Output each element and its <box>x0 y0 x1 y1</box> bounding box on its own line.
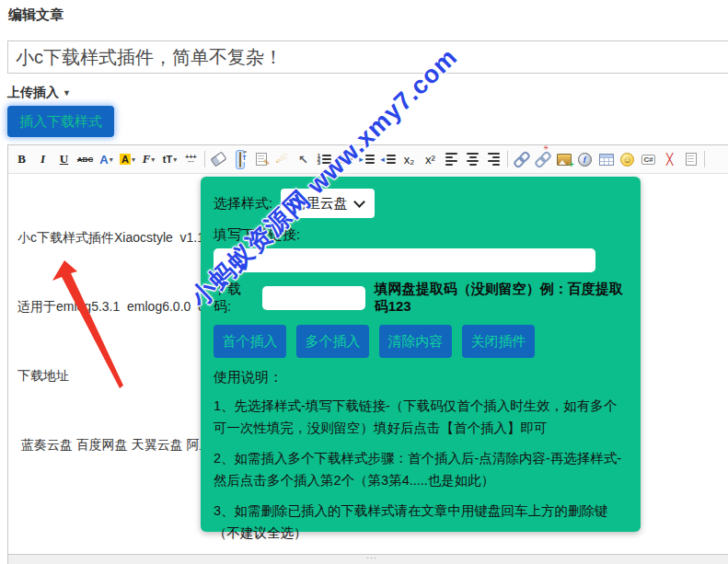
source-code-icon[interactable] <box>680 148 701 170</box>
font-family-icon[interactable]: F▾ <box>138 148 159 170</box>
emoticon-icon[interactable]: ☺ <box>617 148 638 170</box>
style-select-value: 阿里云盘 <box>293 195 348 213</box>
clear-content-button[interactable]: 清除内容 <box>379 325 452 358</box>
document-pencil-icon <box>256 153 267 166</box>
chevron-down-icon: ▼ <box>63 88 71 98</box>
toolbar-separator <box>507 151 508 167</box>
unordered-list-icon[interactable] <box>335 148 356 170</box>
upload-insert-label: 上传插入 <box>7 85 59 99</box>
eraser-icon <box>210 152 226 167</box>
indent-icon[interactable]: ▸ <box>356 148 377 170</box>
line-height-icon[interactable]: +++··· <box>180 148 202 170</box>
resize-grip[interactable]: ··· <box>366 555 377 560</box>
paste-word-icon[interactable] <box>250 148 272 170</box>
link-icon[interactable] <box>511 148 532 170</box>
align-center-icon[interactable] <box>462 148 483 170</box>
toolbar-separator <box>204 151 205 167</box>
strikethrough-icon[interactable]: ABC <box>75 148 96 170</box>
align-right-icon[interactable] <box>483 148 504 170</box>
instruction-3: 3、如需删除已插入的下载样式请在文章中用键盘回车上方的删除键（不建议全选） <box>214 500 628 544</box>
upload-insert-dropdown[interactable]: 上传插入▼ <box>7 85 71 101</box>
multi-insert-button[interactable]: 多个插入 <box>296 325 369 358</box>
underline-icon[interactable]: U <box>53 148 75 170</box>
highlight-color-icon[interactable]: A▾ <box>117 148 138 170</box>
superscript-icon[interactable]: x² <box>420 148 441 170</box>
clipboard-icon <box>239 152 241 167</box>
chevron-down-icon <box>353 196 365 208</box>
format-brush-icon[interactable]: ☄ <box>272 148 293 170</box>
table-icon[interactable] <box>595 148 617 170</box>
align-left-icon[interactable] <box>441 148 462 170</box>
code-icon[interactable]: C# <box>638 148 659 170</box>
download-link-input[interactable] <box>214 248 595 272</box>
font-size-icon[interactable]: tT▾ <box>159 148 180 170</box>
chevron-down-icon: ▾ <box>110 155 113 164</box>
page-title: 编辑文章 <box>8 6 64 24</box>
image-icon[interactable] <box>553 148 574 170</box>
broom-icon: ☄ <box>274 151 289 168</box>
chevron-down-icon: ▾ <box>173 155 177 164</box>
article-title-input[interactable] <box>7 40 728 74</box>
toolbar-separator <box>704 151 705 167</box>
editor-toolbar: B I U ABC A▾ A▾ F▾ tT▾ +++··· ☄ ↖ 1 2 3 … <box>8 145 728 174</box>
download-link-label: 填写下载链接: <box>214 226 628 244</box>
outdent-icon[interactable]: ◂ <box>377 148 399 170</box>
chevron-down-icon: ▾ <box>132 155 135 164</box>
paste-plain-icon[interactable] <box>229 148 250 170</box>
editor-statusbar: ··· <box>8 554 728 564</box>
bold-icon[interactable]: B <box>11 148 32 170</box>
document-icon <box>686 153 697 166</box>
close-plugin-button[interactable]: 关闭插件 <box>462 325 535 358</box>
font-color-icon[interactable]: A▾ <box>96 148 117 170</box>
style-select-label: 选择样式: <box>214 195 272 213</box>
subscript-icon[interactable]: x₂ <box>399 148 420 170</box>
cursor-icon: ↖ <box>298 153 308 167</box>
download-code-input[interactable] <box>262 286 365 310</box>
download-code-label: 下载码: <box>214 281 254 316</box>
insert-download-style-button[interactable]: 插入下载样式 <box>7 106 114 137</box>
download-style-plugin-panel: 选择样式: 阿里云盘 填写下载链接: 下载码: 填网盘提取码（没则留空）例：百度… <box>201 177 641 532</box>
instruction-2: 2、如需插入多个下载样式步骤：首个插入后-点清除内容-再选择样式-然后点击多个插… <box>214 447 628 491</box>
usage-title: 使用说明： <box>214 369 628 386</box>
select-all-icon[interactable]: ↖ <box>293 148 314 170</box>
media-icon[interactable]: ƒ <box>574 148 595 170</box>
download-code-hint: 填网盘提取码（没则留空）例：百度提取码123 <box>375 281 628 316</box>
italic-icon[interactable]: I <box>32 148 53 170</box>
remove-format-icon[interactable] <box>208 148 229 170</box>
chevron-down-icon: ▾ <box>151 155 155 164</box>
instruction-1: 1、先选择样式-填写下载链接-（下载码仅首个插入时生效，如有多个可一次性填完，没… <box>214 395 628 439</box>
ordered-list-icon[interactable]: 1 2 3 <box>314 148 335 170</box>
unlink-icon[interactable]: ✳ <box>532 148 553 170</box>
first-insert-button[interactable]: 首个插入 <box>214 325 286 358</box>
fullscreen-icon[interactable]: ╳ <box>659 148 680 170</box>
style-select[interactable]: 阿里云盘 <box>281 189 375 218</box>
